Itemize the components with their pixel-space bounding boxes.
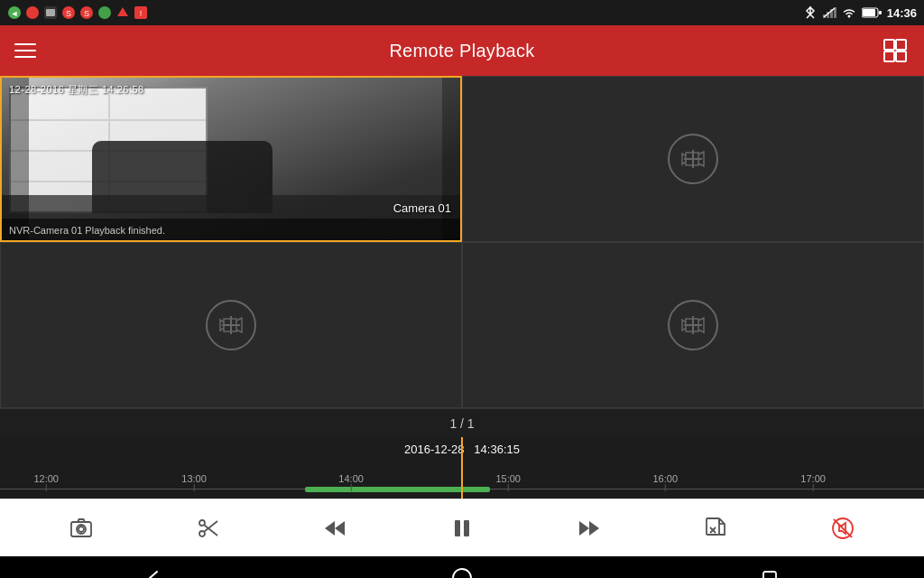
svg-text:S: S [84,9,89,18]
timeline-date: 2016-12-28 [404,443,465,456]
status-bar-right-icons: 14:36 [804,6,917,20]
status-app-icon-5: S [79,5,94,20]
add-camera-icon-3 [204,298,258,352]
back-button[interactable] [133,556,176,578]
camera-timestamp: 12-28-2016 星期三 14:26:58 [9,83,144,97]
svg-text:!: ! [140,9,143,18]
timeline[interactable]: 2016-12-28 14:36:15 12:00 13:00 14:00 15… [0,437,924,499]
split-screen-button[interactable] [881,36,910,65]
pause-icon [449,516,475,541]
timeline-label-1400: 14:00 [338,470,364,486]
camera-icon [69,516,94,541]
recents-button[interactable] [748,556,791,578]
svg-rect-24 [884,51,894,61]
svg-rect-57 [763,572,776,578]
home-button[interactable] [440,556,484,578]
back-arrow-icon [143,567,165,578]
file-x-icon [703,516,728,541]
app-title: Remote Playback [389,41,534,61]
hamburger-line-3 [14,56,36,58]
svg-point-2 [26,6,39,19]
status-app-icon-6 [97,5,112,20]
svg-rect-16 [830,9,833,18]
svg-rect-4 [46,9,55,16]
svg-marker-42 [325,521,335,536]
svg-point-39 [199,520,205,526]
svg-text:S: S [66,9,71,18]
video-cell-3[interactable] [0,242,462,408]
rewind-icon [322,516,347,541]
timeline-playhead [461,437,463,499]
page-indicator: 1 / 1 [449,416,474,431]
home-circle-icon [451,567,473,578]
pause-button[interactable] [440,507,484,550]
svg-point-56 [453,569,471,578]
split-screen-icon [882,38,908,63]
hamburger-line-1 [14,43,36,45]
video-grid: 12-28-2016 星期三 14:26:58 Camera 01 NVR-Ca… [0,76,924,408]
add-camera-button-2[interactable] [666,132,720,186]
svg-point-18 [847,15,850,18]
add-camera-button-4[interactable] [666,298,720,352]
svg-point-9 [98,6,111,19]
camera-status-bar: NVR-Camera 01 Playback finished. [2,219,460,240]
file-management-button[interactable] [694,507,737,550]
svg-text:◄: ◄ [11,9,19,18]
mute-button[interactable] [821,507,864,550]
status-bar-left-icons: ◄ S S ! [7,5,148,20]
nav-bar [0,556,924,578]
svg-rect-45 [464,520,469,536]
volume-off-icon [830,516,855,541]
svg-point-38 [199,531,205,536]
svg-rect-20 [863,9,875,16]
timeline-time: 14:36:15 [474,443,520,456]
screenshot-button[interactable] [60,507,103,550]
fast-forward-icon [577,516,602,541]
rewind-button[interactable] [313,507,356,550]
signal-off-icon [822,6,836,19]
timeline-label-1300: 13:00 [181,470,207,486]
svg-marker-46 [579,521,589,536]
status-app-icon-2 [25,5,40,20]
svg-point-37 [79,527,84,532]
status-app-icon-4: S [61,5,76,20]
svg-marker-47 [589,521,599,536]
svg-rect-25 [896,51,906,61]
time-display: 14:36 [887,6,917,20]
svg-marker-43 [335,521,345,536]
svg-rect-17 [834,7,836,18]
battery-icon [862,7,882,18]
camera-status-text: NVR-Camera 01 Playback finished. [9,225,165,236]
svg-rect-22 [884,40,894,50]
svg-marker-10 [117,7,128,16]
bluetooth-icon [804,6,817,19]
timeline-label-1700: 17:00 [800,470,826,486]
cut-button[interactable] [187,507,230,550]
fast-forward-button[interactable] [568,507,611,550]
svg-rect-14 [823,14,826,18]
video-cell-4[interactable] [462,242,924,408]
camera-label: Camera 01 [393,201,451,215]
svg-rect-48 [707,518,719,535]
add-camera-button-3[interactable] [204,298,258,352]
timeline-label-1500: 15:00 [495,470,521,486]
hamburger-line-2 [14,50,36,51]
svg-rect-44 [455,520,460,536]
video-cell-2[interactable] [462,76,924,242]
svg-rect-15 [827,12,829,18]
status-app-icon-1: ◄ [7,5,22,20]
timeline-label-1200: 12:00 [33,470,59,486]
app-bar: Remote Playback [0,25,924,76]
wifi-icon [842,6,856,19]
status-app-icon-8: ! [134,5,148,20]
svg-line-54 [834,519,852,537]
bottom-toolbar [0,499,924,556]
status-app-icon-3 [43,5,58,20]
menu-button[interactable] [14,36,43,65]
svg-rect-21 [879,11,882,14]
status-bar: ◄ S S ! [0,0,924,25]
video-cell-1[interactable]: 12-28-2016 星期三 14:26:58 Camera 01 NVR-Ca… [0,76,462,242]
svg-rect-23 [896,40,906,50]
page-indicator-bar: 1 / 1 [0,408,924,437]
add-camera-icon-2 [666,132,720,186]
